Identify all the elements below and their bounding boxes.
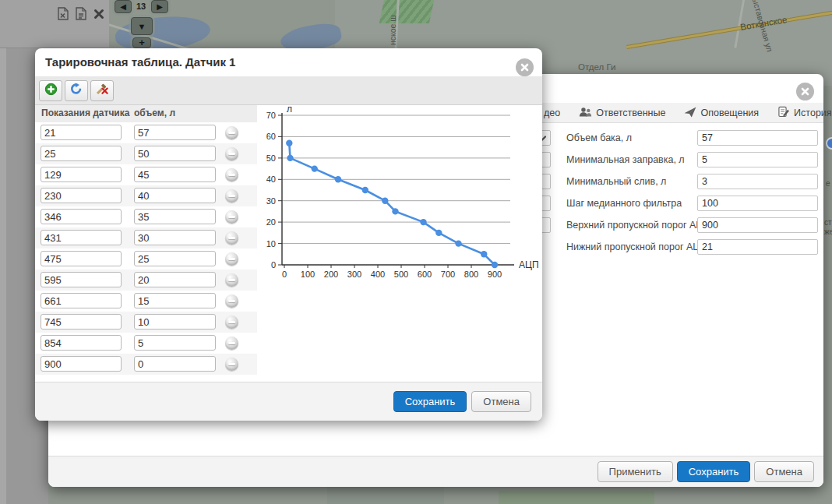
cancel-button[interactable]: Отмена [471, 391, 531, 412]
table-row [35, 248, 257, 270]
sensor-reading-input[interactable] [41, 230, 122, 245]
remove-row-button[interactable] [225, 252, 238, 266]
save-button[interactable]: Сохранить [393, 391, 467, 412]
field-input[interactable] [697, 196, 818, 211]
map-next-button[interactable]: ▶ [151, 0, 168, 13]
volume-input[interactable] [134, 272, 216, 287]
sensor-reading-input[interactable] [41, 209, 122, 224]
close-report-icon[interactable] [93, 9, 104, 23]
sensor-reading-input[interactable] [41, 251, 122, 266]
field-input[interactable] [697, 152, 818, 167]
tab-история-изменений[interactable]: История изменений [777, 106, 832, 120]
svg-text:АЦП: АЦП [519, 259, 539, 270]
svg-text:70: 70 [266, 111, 276, 120]
svg-text:10: 10 [266, 239, 276, 248]
field-input[interactable] [697, 239, 818, 255]
tab-оповещения[interactable]: Оповещения [684, 107, 759, 120]
volume-input[interactable] [134, 188, 216, 203]
volume-input[interactable] [134, 356, 216, 372]
report-panel [0, 0, 109, 48]
sensor-reading-input[interactable] [41, 146, 122, 161]
apply-button[interactable]: Применить [598, 461, 673, 482]
volume-input[interactable] [134, 293, 216, 308]
svg-text:0: 0 [282, 270, 287, 279]
table-row [35, 270, 257, 291]
excel-export-icon[interactable] [58, 7, 69, 23]
remove-row-button[interactable] [225, 358, 238, 371]
volume-input[interactable] [134, 146, 216, 161]
remove-row-button[interactable] [225, 126, 238, 139]
minus-icon [228, 258, 235, 260]
sensor-reading-input[interactable] [41, 335, 122, 351]
tab-label: Оповещения [700, 107, 759, 118]
remove-row-button[interactable] [225, 337, 238, 350]
field-input[interactable] [697, 174, 818, 189]
svg-text:300: 300 [347, 270, 361, 279]
minus-icon [228, 363, 235, 365]
remove-row-button[interactable] [225, 168, 238, 182]
remove-row-button[interactable] [225, 231, 238, 245]
remove-row-button[interactable] [225, 147, 238, 160]
refresh-button[interactable] [65, 80, 88, 101]
sensor-reading-input[interactable] [41, 125, 122, 140]
remove-row-button[interactable] [225, 210, 238, 224]
remove-row-button[interactable] [225, 315, 238, 329]
table-header: Показания датчика объем, л [35, 105, 257, 122]
calibration-chart: 0102030405060700100200300400500600700800… [257, 105, 542, 382]
remove-row-button[interactable] [225, 273, 238, 287]
cancel-button[interactable]: Отмена [754, 461, 814, 482]
map-building [327, 487, 444, 504]
send-icon [684, 107, 696, 120]
sensor-reading-input[interactable] [41, 272, 122, 287]
tab-label: део [544, 107, 560, 118]
field-input[interactable] [697, 130, 818, 146]
map-label-fragment: же [824, 227, 832, 236]
remove-row-button[interactable] [225, 294, 238, 308]
calibration-line-chart: 0102030405060700100200300400500600700800… [257, 105, 542, 292]
field-input[interactable] [697, 217, 818, 233]
svg-text:900: 900 [488, 270, 502, 279]
sensor-reading-input[interactable] [41, 314, 122, 330]
minus-icon [228, 237, 235, 239]
map-zoom-in-button[interactable]: + [132, 37, 151, 48]
map-label-fragment: е [826, 179, 830, 188]
map-down-button[interactable]: ▼ [131, 17, 153, 35]
sensor-reading-input[interactable] [41, 293, 122, 308]
map-prev-button[interactable]: ◀ [115, 0, 132, 13]
dialog-title: Тарировочная таблица. Датчик 1 [35, 48, 542, 76]
volume-input[interactable] [134, 335, 216, 351]
map-building [499, 491, 654, 504]
clear-table-button[interactable] [90, 80, 114, 101]
tab-video-fragment[interactable]: део [544, 107, 560, 118]
volume-input[interactable] [134, 230, 216, 245]
svg-text:200: 200 [324, 270, 338, 279]
minus-icon [228, 132, 235, 134]
table-row [35, 227, 257, 248]
sensor-reading-input[interactable] [41, 167, 122, 182]
svg-text:0: 0 [271, 260, 276, 270]
pdf-export-icon[interactable] [76, 7, 86, 23]
volume-input[interactable] [134, 314, 216, 330]
table-row [35, 143, 257, 164]
table-row [35, 291, 257, 312]
close-icon[interactable] [516, 58, 534, 76]
svg-text:20: 20 [266, 217, 276, 227]
sensor-reading-input[interactable] [41, 356, 122, 372]
close-icon[interactable] [796, 83, 814, 100]
volume-input[interactable] [134, 251, 216, 266]
add-row-icon [44, 83, 58, 99]
volume-input[interactable] [134, 167, 216, 182]
tab-ответственные[interactable]: Ответственные [579, 107, 665, 120]
volume-input[interactable] [134, 125, 216, 140]
volume-input[interactable] [134, 209, 216, 224]
svg-text:800: 800 [464, 270, 478, 279]
screen: ский тракт нское ш ыставочная ул Воткинс… [0, 0, 832, 504]
sensor-reading-input[interactable] [41, 188, 122, 203]
svg-text:л: л [287, 105, 292, 115]
table-row [35, 206, 257, 227]
add-row-button[interactable] [39, 80, 62, 101]
save-button[interactable]: Сохранить [677, 461, 751, 482]
tab-label: История изменений [794, 107, 832, 118]
svg-text:400: 400 [371, 270, 385, 279]
remove-row-button[interactable] [225, 189, 238, 203]
